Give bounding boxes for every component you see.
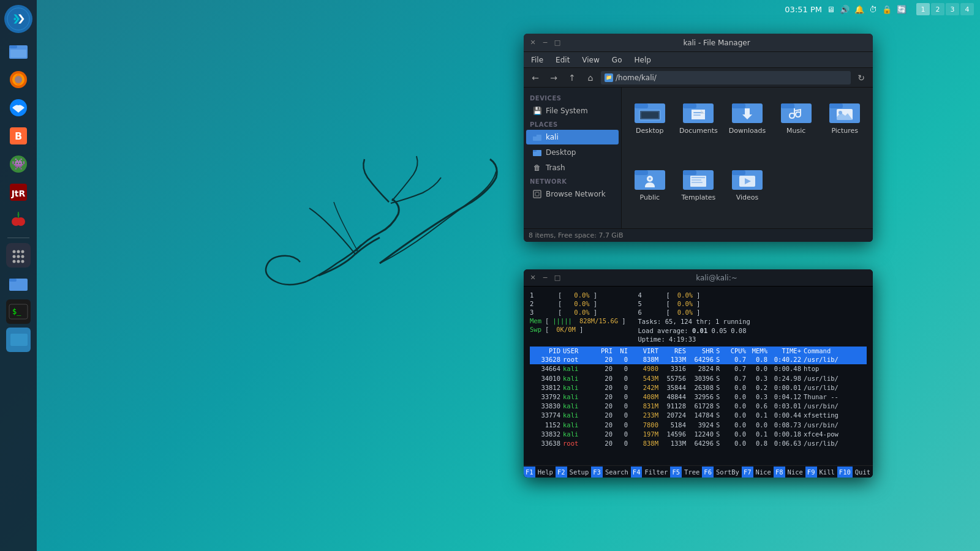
dock-firefox[interactable] xyxy=(6,67,31,92)
up-button[interactable]: ↑ xyxy=(564,70,580,86)
workspace-4[interactable]: 4 xyxy=(960,3,974,15)
terminal-titlebar: ✕ ─ □ kali@kali:~ xyxy=(524,269,873,287)
fkey-f10[interactable]: F10Quit xyxy=(837,466,873,478)
home-button[interactable]: ⌂ xyxy=(582,70,598,86)
process-row: 34010 kali 20 0 543M 55756 30396 S 0.7 0… xyxy=(530,374,867,383)
fkey-f1[interactable]: F1Help xyxy=(524,466,556,478)
workspace-1[interactable]: 1 xyxy=(916,3,930,15)
sidebar-section-devices: DEVICES xyxy=(524,92,621,103)
sidebar-trash-label: Trash xyxy=(546,163,565,172)
fkey-f2[interactable]: F2Setup xyxy=(556,466,591,478)
folder-kali-icon xyxy=(532,132,542,142)
file-item-pictures[interactable]: Pictures xyxy=(823,94,867,156)
file-item-music[interactable]: Music xyxy=(774,94,818,156)
back-button[interactable]: ← xyxy=(527,70,543,86)
file-manager-statusbar: 8 items, Free space: 7.7 GiB xyxy=(524,228,873,242)
file-item-templates[interactable]: Templates xyxy=(677,160,721,222)
fkey-f6[interactable]: F6SortBy xyxy=(702,466,742,478)
process-row: 34664 kali 20 0 4980 3316 2824 R 0.7 0.0… xyxy=(530,364,867,373)
svg-rect-35 xyxy=(533,150,537,152)
menu-help[interactable]: Help xyxy=(631,54,653,66)
terminal-body: 1 [ 0.0% ] 2 [ xyxy=(524,287,873,465)
workspace-3[interactable]: 3 xyxy=(946,3,959,15)
file-label-videos: Videos xyxy=(736,193,759,201)
topbar-time: 03:51 PM xyxy=(785,5,822,14)
file-item-desktop[interactable]: Desktop xyxy=(628,94,672,156)
svg-rect-64 xyxy=(692,182,703,183)
sidebar-item-desktop[interactable]: Desktop xyxy=(526,145,619,160)
mem-bar: Mem [ ||||| 828M/15.6G ] xyxy=(530,317,625,324)
cpu-bar-3: 3 [ 0.0% ] xyxy=(530,309,625,316)
kali-logo-button[interactable] xyxy=(4,5,32,33)
dock-burpsuite[interactable]: B xyxy=(6,124,31,148)
svg-text:JtR: JtR xyxy=(11,189,26,198)
file-manager-window: ✕ ─ □ kali - File Manager File Edit View… xyxy=(524,34,873,242)
dock-john[interactable]: JtR xyxy=(6,180,31,204)
menu-go[interactable]: Go xyxy=(609,54,625,66)
terminal-title: kali@kali:~ xyxy=(565,274,868,282)
fkey-f8[interactable]: F8Nice + xyxy=(774,466,805,478)
file-item-videos[interactable]: Videos xyxy=(725,160,769,222)
dock-app-menu[interactable] xyxy=(6,243,31,268)
fkey-f5[interactable]: F5Tree xyxy=(670,466,702,478)
topbar: 03:51 PM 🖥 🔊 🔔 ⏱ 🔒 🔄 1 2 3 4 xyxy=(766,0,980,18)
menu-edit[interactable]: Edit xyxy=(553,54,572,66)
topbar-clock-icon: ⏱ xyxy=(869,5,877,14)
term-maximize-button[interactable]: □ xyxy=(553,274,562,282)
dock-files-folder[interactable] xyxy=(6,271,31,296)
svg-rect-63 xyxy=(692,179,701,181)
fkey-f3[interactable]: F3Search xyxy=(591,466,631,478)
fkey-f7[interactable]: F7Nice - xyxy=(742,466,774,478)
file-item-documents[interactable]: Documents xyxy=(677,94,721,156)
sidebar-item-trash[interactable]: 🗑 Trash xyxy=(526,160,619,175)
term-minimize-button[interactable]: ─ xyxy=(541,274,549,282)
dock-workspace[interactable] xyxy=(6,328,31,352)
fkey-f9[interactable]: F9Kill xyxy=(805,466,837,478)
dock-cherrytree[interactable] xyxy=(6,208,31,233)
dock-thunderbird[interactable] xyxy=(6,96,31,120)
menu-view[interactable]: View xyxy=(579,54,601,66)
sidebar-item-filesystem[interactable]: 💾 File System xyxy=(526,103,619,118)
maximize-button[interactable]: □ xyxy=(553,39,562,47)
file-label-music: Music xyxy=(786,127,805,135)
svg-rect-4 xyxy=(10,50,26,58)
svg-rect-56 xyxy=(635,170,648,175)
uptime-info: Uptime: 4:19:33 xyxy=(638,335,750,344)
svg-rect-60 xyxy=(683,170,696,175)
file-label-templates: Templates xyxy=(681,193,715,201)
close-button[interactable]: ✕ xyxy=(529,39,537,47)
process-row: 33774 kali 20 0 233M 20724 14784 S 0.0 0… xyxy=(530,411,867,420)
svg-text:👾: 👾 xyxy=(12,157,26,171)
menu-file[interactable]: File xyxy=(529,54,546,66)
process-row: 33830 kali 20 0 831M 91128 61728 S 0.0 0… xyxy=(530,402,867,411)
workspace-2[interactable]: 2 xyxy=(931,3,944,15)
file-manager-title: kali - File Manager xyxy=(565,39,868,47)
sidebar-network-label: Browse Network xyxy=(546,190,606,198)
dock-metasploit[interactable]: 👾 xyxy=(6,152,31,176)
htop-table-header: PID USER PRI NI VIRT RES SHR S CPU% MEM%… xyxy=(530,347,867,355)
svg-rect-3 xyxy=(9,45,17,48)
file-item-public[interactable]: Public xyxy=(628,160,672,222)
dock-terminal[interactable]: $_ xyxy=(6,299,31,324)
file-item-downloads[interactable]: Downloads xyxy=(725,94,769,156)
svg-rect-44 xyxy=(683,103,696,108)
file-manager-sidebar: DEVICES 💾 File System PLACES kali xyxy=(524,88,622,228)
svg-rect-52 xyxy=(829,103,843,108)
file-manager-main: Desktop Documents xyxy=(622,88,873,228)
forward-button[interactable]: → xyxy=(546,70,562,86)
svg-text:B: B xyxy=(15,130,22,142)
svg-point-19 xyxy=(21,250,24,253)
sidebar-item-kali[interactable]: kali xyxy=(526,130,619,144)
svg-rect-66 xyxy=(732,170,745,175)
sidebar-item-network[interactable]: Browse Network xyxy=(526,187,619,201)
fkey-f4[interactable]: F4Filter xyxy=(631,466,671,478)
topbar-update-icon: 🔄 xyxy=(897,5,907,14)
topbar-bell-icon: 🔔 xyxy=(854,5,864,14)
term-close-button[interactable]: ✕ xyxy=(529,274,537,282)
sidebar-section-places: PLACES xyxy=(524,119,621,129)
minimize-button[interactable]: ─ xyxy=(541,39,549,47)
refresh-button[interactable]: ↻ xyxy=(853,70,869,86)
dock-file-manager[interactable] xyxy=(6,39,31,64)
address-bar[interactable]: 📁 /home/kali/ xyxy=(601,71,851,84)
svg-point-23 xyxy=(13,260,16,263)
